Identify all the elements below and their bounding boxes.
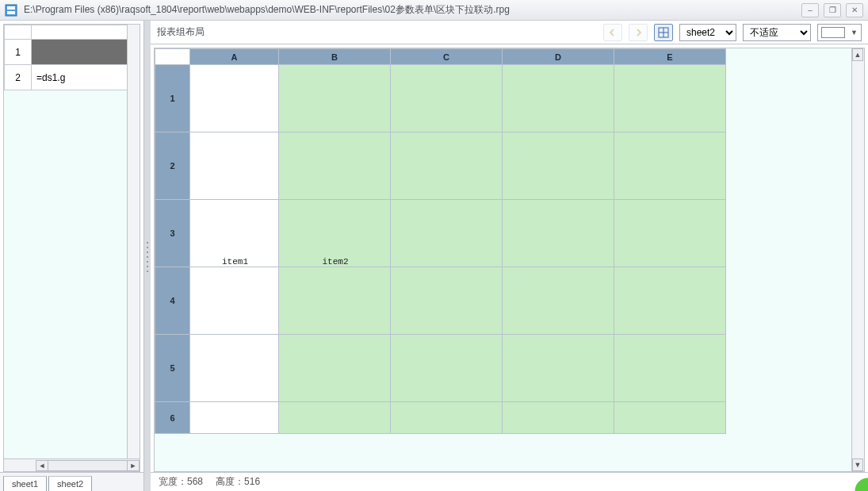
scroll-down-button[interactable]: ▼ xyxy=(852,458,863,471)
cell-A1[interactable] xyxy=(190,65,279,132)
svg-rect-1 xyxy=(7,6,15,10)
right-toolbar: 报表组布局 sheet2 不适应 ▼ xyxy=(151,21,868,44)
status-width-label: 宽度： xyxy=(159,476,187,487)
app-icon xyxy=(5,4,17,17)
col-header-C[interactable]: C xyxy=(391,49,503,65)
window-title: E:\Program Files (x86)\raqsoft_1804\repo… xyxy=(24,3,795,17)
status-width: 宽度：568 xyxy=(159,475,203,489)
cell-C3[interactable] xyxy=(391,200,503,267)
row-header-1[interactable]: 1 xyxy=(155,65,190,132)
color-picker[interactable]: ▼ xyxy=(817,24,862,41)
mini-row-header-1[interactable]: 1 xyxy=(5,40,32,65)
scroll-up-button[interactable]: ▲ xyxy=(852,48,863,61)
cell-C5[interactable] xyxy=(391,335,503,402)
row-header-2[interactable]: 2 xyxy=(155,132,190,200)
cell-A4[interactable] xyxy=(190,267,279,335)
row-header-5[interactable]: 5 xyxy=(155,335,190,402)
main-grid[interactable]: A B C D E 1 2 3item1item2 4 5 6 xyxy=(155,48,851,471)
status-height: 高度：516 xyxy=(216,475,260,489)
color-swatch xyxy=(821,27,845,38)
row-header-4[interactable]: 4 xyxy=(155,267,190,335)
status-width-value: 568 xyxy=(187,476,203,487)
maximize-button[interactable]: ❐ xyxy=(824,3,841,17)
cell-A2[interactable] xyxy=(190,132,279,200)
close-button[interactable]: ✕ xyxy=(846,3,863,17)
cell-A6[interactable] xyxy=(190,402,279,434)
cell-B1[interactable] xyxy=(279,65,391,132)
cell-E2[interactable] xyxy=(614,132,726,200)
cell-E3[interactable] xyxy=(614,200,726,267)
minimize-button[interactable]: – xyxy=(801,3,819,17)
status-bar: 宽度：568 高度：516 xyxy=(151,472,868,491)
main-split: 1 2 =ds1.g ◄ ► sheet1 sheet2 xyxy=(0,21,868,491)
cell-B2[interactable] xyxy=(279,132,391,200)
sheet-tab-2[interactable]: sheet2 xyxy=(48,476,92,491)
cell-C4[interactable] xyxy=(391,267,503,335)
mini-cell-selected[interactable] xyxy=(32,40,140,65)
cell-E1[interactable] xyxy=(614,65,726,132)
vertical-splitter[interactable] xyxy=(144,21,151,491)
cell-D3[interactable] xyxy=(503,200,614,267)
cell-D2[interactable] xyxy=(503,132,614,200)
mini-cell-formula[interactable]: =ds1.g xyxy=(32,65,140,90)
cell-E4[interactable] xyxy=(614,267,726,335)
mini-row-header-2[interactable]: 2 xyxy=(5,65,32,90)
col-header-A[interactable]: A xyxy=(190,49,279,65)
cell-C2[interactable] xyxy=(391,132,503,200)
row-header-6[interactable]: 6 xyxy=(155,402,190,434)
main-vertical-scrollbar[interactable]: ▲ ▼ xyxy=(851,48,864,471)
cell-D4[interactable] xyxy=(503,267,614,335)
cell-A3[interactable]: item1 xyxy=(190,200,279,267)
col-header-E[interactable]: E xyxy=(614,49,726,65)
left-sheet-tabs: sheet1 sheet2 xyxy=(0,472,143,491)
cell-B5[interactable] xyxy=(279,335,391,402)
cell-C1[interactable] xyxy=(391,65,503,132)
cell-D6[interactable] xyxy=(503,402,614,434)
cell-B4[interactable] xyxy=(279,267,391,335)
redo-button[interactable] xyxy=(629,24,648,41)
status-height-label: 高度： xyxy=(216,476,244,487)
left-panel: 1 2 =ds1.g ◄ ► sheet1 sheet2 xyxy=(0,21,144,491)
window-buttons: – ❐ ✕ xyxy=(801,3,863,17)
sheet-tab-1[interactable]: sheet1 xyxy=(3,476,47,491)
row-header-3[interactable]: 3 xyxy=(155,200,190,267)
main-grid-container: A B C D E 1 2 3item1item2 4 5 6 ▲ ▼ xyxy=(154,48,865,472)
cell-B3[interactable]: item2 xyxy=(279,200,391,267)
chevron-down-icon: ▼ xyxy=(851,29,858,36)
left-vertical-scrollbar[interactable] xyxy=(127,25,140,458)
grid-mode-button[interactable] xyxy=(654,24,673,41)
status-height-value: 516 xyxy=(244,476,260,487)
cell-D1[interactable] xyxy=(503,65,614,132)
cell-A5[interactable] xyxy=(190,335,279,402)
svg-rect-2 xyxy=(7,11,15,14)
scroll-right-button[interactable]: ► xyxy=(127,460,140,471)
cell-C6[interactable] xyxy=(391,402,503,434)
cell-B3-text: item2 xyxy=(322,257,348,267)
scroll-track[interactable] xyxy=(48,460,127,471)
toolbar-title: 报表组布局 xyxy=(157,25,597,39)
cell-B6[interactable] xyxy=(279,402,391,434)
fit-mode-select[interactable]: 不适应 xyxy=(743,24,811,41)
corner-indicator-icon xyxy=(851,474,868,491)
left-mini-grid[interactable]: 1 2 =ds1.g ◄ ► xyxy=(3,24,140,472)
corner-cell[interactable] xyxy=(155,49,190,65)
cell-A3-text: item1 xyxy=(222,257,248,267)
left-horizontal-scrollbar[interactable]: ◄ ► xyxy=(4,458,140,471)
col-header-B[interactable]: B xyxy=(279,49,391,65)
cell-D5[interactable] xyxy=(503,335,614,402)
cell-E5[interactable] xyxy=(614,335,726,402)
cell-E6[interactable] xyxy=(614,402,726,434)
sheet-select[interactable]: sheet2 xyxy=(679,24,736,41)
scroll-left-button[interactable]: ◄ xyxy=(36,460,48,471)
undo-button[interactable] xyxy=(603,24,622,41)
col-header-D[interactable]: D xyxy=(503,49,614,65)
window-titlebar: E:\Program Files (x86)\raqsoft_1804\repo… xyxy=(0,0,868,21)
right-panel: 报表组布局 sheet2 不适应 ▼ xyxy=(151,21,868,491)
